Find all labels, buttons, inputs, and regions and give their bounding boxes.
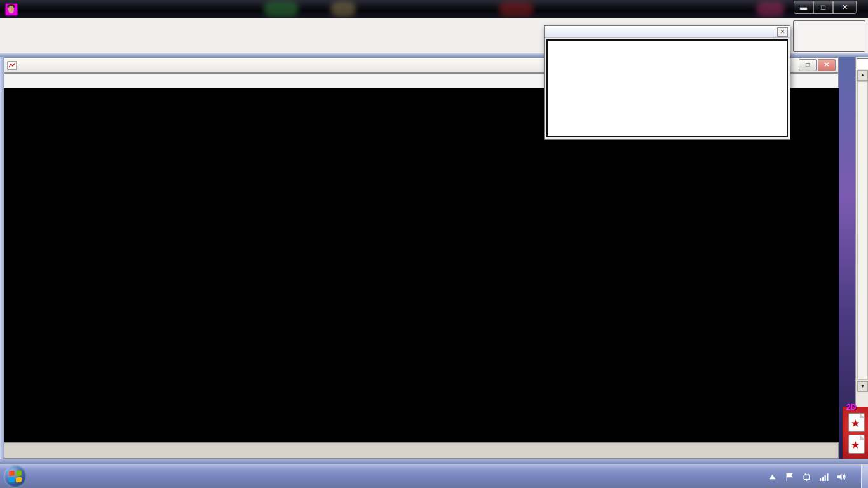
power-plug-icon[interactable] — [802, 472, 811, 482]
scroll-up-button[interactable]: ▲ — [857, 70, 868, 81]
measuring-window-titlebar[interactable]: ✕ — [545, 26, 790, 38]
desktop-strip — [839, 57, 855, 459]
pdf-file-icon[interactable]: ★ — [848, 413, 865, 432]
system-tray — [756, 464, 868, 488]
volume-icon[interactable] — [836, 472, 846, 482]
desktop-corner: 2D ★ ★ — [843, 407, 868, 459]
scroll-down-button[interactable]: ▼ — [857, 381, 868, 392]
glass-reflection — [264, 1, 299, 17]
window-titlebar: ▬ □ ✕ — [0, 0, 868, 18]
pdf-file-icon[interactable]: ★ — [848, 435, 865, 454]
side-scroll-panel: ▲ ▼ — [855, 57, 868, 407]
qx-button[interactable] — [857, 58, 868, 69]
docked-empty-panel — [793, 20, 865, 52]
lap-legend-bar — [4, 442, 839, 459]
app-icon — [5, 3, 18, 16]
taskbar — [0, 464, 868, 488]
2d-desktop-logo: 2D — [846, 403, 856, 412]
measuring-close-button[interactable]: ✕ — [777, 27, 788, 37]
glass-reflection — [330, 1, 356, 17]
chart-close-button[interactable]: ✕ — [818, 59, 836, 71]
scrollbar-track[interactable] — [857, 81, 868, 380]
start-button[interactable] — [4, 465, 27, 488]
chart-restore-button[interactable]: □ — [799, 59, 817, 71]
frame-bottom — [0, 459, 868, 464]
show-hidden-icons[interactable] — [768, 472, 777, 482]
chart-window-icon — [7, 61, 17, 70]
measuring-values-window[interactable]: ✕ — [544, 25, 790, 140]
show-desktop-button[interactable] — [861, 464, 868, 488]
action-center-flag-icon[interactable] — [785, 472, 794, 482]
network-signal-icon[interactable] — [819, 472, 829, 482]
glass-reflection — [499, 1, 534, 17]
screen: ▬ □ ✕ □ ✕ ▲ ▼ 2D — [0, 0, 868, 488]
glass-reflection — [756, 1, 785, 17]
close-button[interactable]: ✕ — [833, 1, 857, 14]
telemetry-chart[interactable] — [4, 88, 839, 442]
maximize-button[interactable]: □ — [813, 1, 833, 14]
measuring-table — [546, 39, 788, 137]
minimize-button[interactable]: ▬ — [794, 1, 813, 14]
